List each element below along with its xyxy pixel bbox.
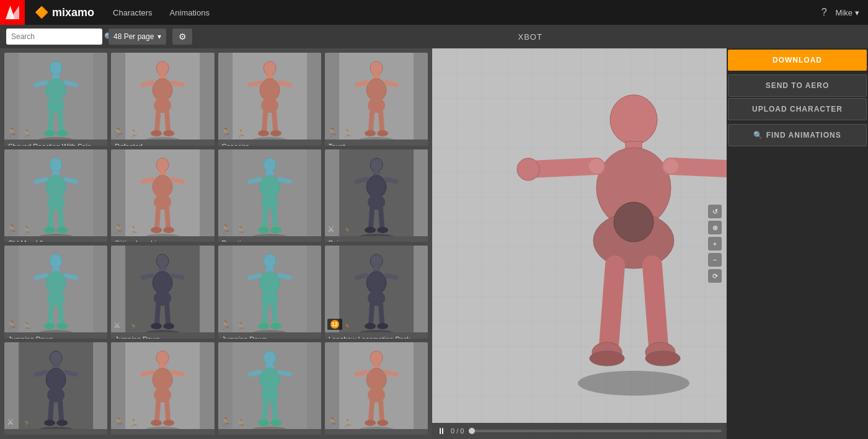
svg-text:🏃: 🏃 (129, 322, 138, 331)
animation-type-icon: ⚔ (327, 224, 335, 234)
svg-line-101 (381, 209, 382, 227)
crosshair-button[interactable]: ⊕ (708, 221, 722, 234)
svg-text:🏃: 🏃 (129, 226, 138, 235)
animation-card-jumping-down-2[interactable]: 🏃 ⚔Jumping Down (111, 246, 214, 339)
svg-line-204 (371, 402, 372, 420)
svg-point-103 (377, 227, 388, 233)
svg-point-226 (589, 159, 604, 174)
animation-label (111, 429, 214, 435)
svg-point-68 (156, 158, 169, 172)
svg-line-49 (381, 112, 382, 130)
gear-button[interactable]: ⚙ (172, 29, 192, 45)
progress-thumb[interactable] (469, 428, 475, 434)
svg-point-122 (153, 272, 172, 294)
nav-animations[interactable]: Animations (161, 0, 218, 25)
animation-card-longbow-locomotion[interactable]: 🏃 12Longbow Locomotion Pack (325, 246, 428, 339)
mixamo-logo[interactable]: 🔶 mixamo (25, 6, 104, 19)
svg-line-223 (652, 265, 658, 346)
svg-line-87 (264, 209, 265, 227)
main-layout: 🏃 🏃Shoved Reaction With Spin 🏃 🏃Defeated (0, 48, 868, 439)
rotate-button[interactable]: ↺ (708, 205, 722, 218)
animation-card-sitting-laughing[interactable]: 🏃 🏃Sitting Laughing (111, 149, 214, 242)
animation-card-old-man-idle[interactable]: 🏃 🏃Old Man Idle (4, 149, 107, 242)
svg-point-12 (56, 130, 68, 136)
search-input[interactable] (11, 32, 104, 41)
help-icon[interactable]: ? (822, 7, 827, 18)
animation-type-icon: 🏃 (113, 128, 123, 137)
svg-text:🏃: 🏃 (22, 419, 32, 428)
svg-point-16 (156, 61, 169, 75)
svg-line-72 (143, 179, 153, 182)
svg-point-18 (153, 79, 172, 101)
svg-point-42 (370, 61, 383, 75)
svg-point-90 (270, 227, 281, 233)
svg-point-194 (270, 420, 281, 426)
svg-point-50 (365, 130, 376, 136)
svg-line-22 (157, 112, 158, 130)
search-box[interactable]: 🔍 (6, 29, 102, 45)
animation-card-reaction[interactable]: 🏃 🏃Reaction (218, 149, 321, 242)
svg-point-29 (264, 61, 276, 75)
send-to-aero-button[interactable]: SEND TO AERO (728, 74, 867, 97)
animation-card-jumping-down-1[interactable]: 🏃 🏃Jumping Down (4, 246, 107, 339)
animation-label: Old Man Idle (4, 236, 107, 242)
animation-card-dying[interactable]: 🏃 ⚔Dying (325, 149, 428, 242)
svg-line-48 (371, 112, 372, 130)
animation-card-anim-13[interactable]: 🏃 ⚔ (4, 342, 107, 435)
animation-card-anim-14[interactable]: 🏃 🏃 (111, 342, 214, 435)
nav-characters[interactable]: Characters (104, 0, 161, 25)
3d-viewport[interactable]: ↺ ⊕ + − ⟳ ⏸ 0 / 0 (432, 48, 727, 439)
adobe-logo[interactable] (0, 0, 25, 25)
animation-card-anim-15[interactable]: 🏃 🏃 (218, 342, 321, 435)
animation-card-shoved-reaction[interactable]: 🏃 🏃Shoved Reaction With Spin (4, 53, 107, 146)
upload-character-button[interactable]: UPLOAD CHARACTER (728, 98, 867, 120)
svg-point-63 (44, 227, 55, 233)
svg-point-128 (151, 323, 162, 329)
svg-point-212 (610, 95, 657, 144)
animation-card-defeated[interactable]: 🏃 🏃Defeated (111, 53, 214, 146)
svg-point-217 (517, 158, 539, 180)
nav-links: Characters Animations (104, 0, 218, 25)
animation-card-capoeira[interactable]: 🏃 🏃Capoeira (218, 53, 321, 146)
animation-thumbnail: 🏃 🏃 (4, 246, 107, 332)
user-menu[interactable]: Mike ▾ (836, 8, 859, 17)
animation-type-icon: 🏃 (7, 224, 17, 234)
reset-button[interactable]: ⟳ (708, 269, 722, 283)
download-button[interactable]: DOWNLOAD (728, 50, 867, 71)
animation-label: Defeated (111, 140, 214, 146)
svg-point-222 (590, 351, 624, 366)
play-pause-button[interactable]: ⏸ (437, 426, 446, 436)
svg-text:🏃: 🏃 (343, 226, 352, 235)
animation-card-jumping-down-3[interactable]: 🏃 🏃Jumping Down (218, 246, 321, 339)
animation-thumbnail: 🏃 🏃 (4, 149, 107, 236)
svg-text:🏃: 🏃 (129, 129, 138, 138)
svg-line-73 (172, 179, 182, 182)
svg-line-35 (264, 112, 265, 130)
svg-point-24 (151, 130, 162, 136)
svg-line-86 (280, 179, 290, 182)
svg-point-116 (56, 323, 68, 329)
right-panel: DOWNLOAD SEND TO AERO UPLOAD CHARACTER 🔍… (727, 48, 868, 439)
svg-line-178 (157, 402, 158, 420)
svg-point-206 (365, 420, 376, 426)
svg-point-148 (366, 272, 386, 294)
svg-line-190 (280, 372, 290, 375)
svg-line-8 (66, 82, 76, 85)
animation-card-anim-16[interactable]: 🏃 🏃 (325, 342, 428, 435)
animation-card-taunt[interactable]: 🏃 🏃Taunt (325, 53, 428, 146)
find-animations-button[interactable]: 🔍 FIND ANIMATIONS (728, 124, 867, 146)
progress-bar[interactable] (469, 430, 722, 432)
per-page-select[interactable]: 48 Per page ▾ (108, 29, 166, 45)
zoom-in-button[interactable]: + (708, 237, 722, 251)
svg-line-46 (356, 82, 366, 85)
svg-line-60 (66, 179, 76, 182)
svg-line-152 (371, 305, 372, 323)
svg-point-187 (260, 368, 280, 391)
zoom-out-button[interactable]: − (708, 253, 722, 267)
svg-point-38 (270, 130, 281, 136)
svg-point-37 (258, 130, 269, 136)
panel-divider-2 (728, 122, 867, 123)
svg-point-94 (370, 158, 383, 172)
svg-point-25 (163, 130, 174, 136)
svg-point-96 (366, 175, 386, 198)
